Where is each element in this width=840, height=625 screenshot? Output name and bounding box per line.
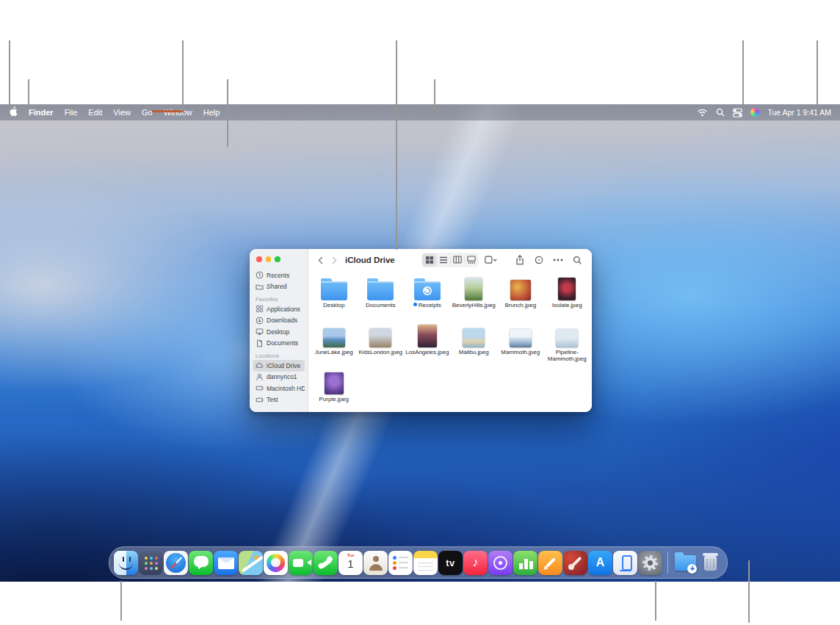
sidebar-item-recents[interactable]: Recents	[253, 270, 305, 281]
dock-icon-trash[interactable]	[698, 551, 723, 575]
search-icon[interactable]	[570, 253, 584, 267]
dock-icon-facetime[interactable]	[289, 551, 313, 575]
file-kidslondon[interactable]: KidsLondon.jpeg	[358, 320, 405, 367]
dock-icon-messages[interactable]	[189, 551, 213, 575]
menu-file[interactable]: File	[65, 108, 78, 117]
file-desktop-folder[interactable]: Desktop	[311, 273, 358, 320]
dock-icon-safari[interactable]	[164, 551, 188, 575]
control-center-icon[interactable]	[733, 108, 742, 118]
documents-icon	[256, 339, 264, 347]
file-purple[interactable]: Purple.jpeg	[311, 367, 358, 412]
folder-icon	[321, 281, 347, 300]
view-switcher	[421, 253, 479, 267]
dock-icon-phone[interactable]	[314, 551, 338, 575]
spotlight-icon[interactable]	[716, 108, 725, 117]
more-options-icon[interactable]	[551, 253, 565, 267]
sidebar-item-downloads[interactable]: Downloads	[253, 315, 305, 327]
image-thumbnail	[369, 328, 391, 347]
file-beverlyhills[interactable]: BeverlyHills.jpeg	[451, 273, 498, 320]
dock-separator	[667, 552, 668, 574]
callout-line	[182, 40, 184, 112]
siri-icon[interactable]	[750, 108, 759, 117]
sidebar-item-macintosh-hd[interactable]: Macintosh HD	[253, 383, 305, 394]
file-brunch[interactable]: Brunch.jpeg	[497, 273, 544, 320]
dock-icon-garageband[interactable]	[563, 551, 587, 575]
file-documents-folder[interactable]: Documents	[358, 273, 405, 320]
file-pipeline-mammoth[interactable]: Pipeline-Mammoth.jpeg	[544, 320, 591, 367]
dock-icon-notes[interactable]	[413, 551, 438, 575]
callout-line	[227, 79, 228, 147]
icons-view-button[interactable]	[422, 253, 436, 267]
dock-icon-finder[interactable]	[114, 551, 138, 575]
share-icon[interactable]	[513, 253, 527, 267]
downloads-icon	[256, 317, 264, 325]
dock-icon-mail[interactable]	[214, 551, 238, 575]
columns-view-button[interactable]	[450, 253, 464, 267]
zoom-button[interactable]	[275, 256, 280, 262]
file-losangeles[interactable]: LosAngeles.jpeg	[404, 320, 451, 367]
dock-icon-iphone-mirroring[interactable]	[613, 551, 637, 575]
dock-icon-numbers[interactable]	[513, 551, 537, 575]
image-thumbnail	[323, 328, 345, 347]
dock-icon-maps[interactable]	[239, 551, 263, 575]
sidebar-item-label: Test	[267, 396, 278, 403]
shared-folder-icon	[256, 283, 264, 291]
menu-bar: Finder File Edit View Go Window Help	[0, 104, 840, 120]
tv-logo-text: tv	[438, 551, 463, 575]
sidebar-item-label: Macintosh HD	[267, 385, 305, 392]
sidebar-item-applications[interactable]: Applications	[253, 303, 305, 315]
disk-icon	[256, 384, 264, 392]
dock-icon-photos[interactable]	[264, 551, 288, 575]
gallery-view-button[interactable]	[464, 253, 478, 267]
dock-icon-music[interactable]: ♪	[463, 551, 488, 575]
file-junelake[interactable]: JuneLake.jpeg	[311, 320, 358, 367]
finder-sidebar: Recents Shared Favorites Applications Do…	[250, 249, 308, 412]
list-view-button[interactable]	[436, 253, 450, 267]
sidebar-item-test[interactable]: Test	[253, 394, 305, 406]
back-button[interactable]	[316, 256, 325, 265]
menu-window[interactable]: Window	[164, 108, 192, 117]
icon-detail	[145, 557, 148, 560]
file-label: Isolate.jpeg	[552, 302, 582, 308]
dock-icon-tv[interactable]: tv	[438, 551, 463, 575]
file-isolate[interactable]: Isolate.jpeg	[544, 273, 591, 320]
menu-bar-clock[interactable]: Tue Apr 1 9:41 AM	[767, 108, 831, 117]
menu-view[interactable]: View	[113, 108, 131, 117]
dock-icon-app-store[interactable]: A	[588, 551, 612, 575]
dock-icon-pages[interactable]	[538, 551, 562, 575]
menu-finder[interactable]: Finder	[29, 108, 54, 117]
tags-icon[interactable]	[532, 253, 546, 267]
file-receipts-folder[interactable]: Receipts	[404, 273, 451, 320]
file-mammoth[interactable]: Mammoth.jpeg	[497, 320, 544, 367]
dock-icon-system-settings[interactable]	[638, 551, 662, 575]
desktop[interactable]: Finder File Edit View Go Window Help	[0, 104, 840, 582]
sidebar-item-shared[interactable]: Shared	[253, 281, 305, 293]
sidebar-item-icloud-drive[interactable]: iCloud Drive	[253, 360, 305, 372]
dock-icon-contacts[interactable]	[363, 551, 388, 575]
user-icon	[256, 373, 264, 381]
forward-button[interactable]	[330, 256, 339, 265]
dock-icon-calendar[interactable]: Tue 1	[338, 551, 363, 575]
sidebar-item-label: iCloud Drive	[267, 362, 300, 369]
dock-icon-reminders[interactable]	[388, 551, 413, 575]
menu-help[interactable]: Help	[203, 108, 220, 117]
minimize-button[interactable]	[266, 256, 272, 262]
sidebar-item-documents[interactable]: Documents	[253, 338, 305, 350]
sidebar-item-label: dannyrico1	[267, 373, 297, 380]
file-label: BeverlyHills.jpeg	[452, 302, 496, 308]
image-thumbnail	[510, 280, 531, 300]
file-malibu[interactable]: Malibu.jpeg	[451, 320, 498, 367]
apple-menu[interactable]	[9, 106, 18, 118]
dock-icon-downloads[interactable]	[673, 551, 698, 575]
group-by-button[interactable]	[483, 253, 498, 267]
menu-go[interactable]: Go	[142, 108, 153, 117]
dock-icon-podcasts[interactable]	[488, 551, 513, 575]
dock-icon-launchpad[interactable]	[139, 551, 163, 575]
close-button[interactable]	[256, 256, 262, 262]
sidebar-item-dannyrico1[interactable]: dannyrico1	[253, 372, 305, 383]
window-title: iCloud Drive	[345, 256, 395, 264]
window-controls	[256, 256, 280, 262]
menu-edit[interactable]: Edit	[88, 108, 102, 117]
wifi-icon[interactable]	[697, 108, 708, 117]
sidebar-item-desktop[interactable]: Desktop	[253, 326, 305, 338]
